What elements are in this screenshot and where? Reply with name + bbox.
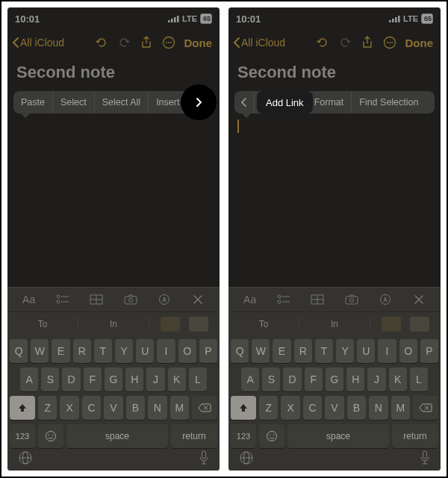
note-title[interactable]: Second note: [228, 55, 441, 91]
key-c[interactable]: C: [82, 396, 101, 420]
key-w[interactable]: W: [252, 339, 270, 363]
backspace-key[interactable]: [192, 396, 217, 420]
key-b[interactable]: B: [126, 396, 145, 420]
predict-1[interactable]: To: [228, 319, 299, 329]
key-f[interactable]: F: [305, 367, 323, 391]
menu-insert[interactable]: Insert: [149, 91, 182, 114]
shift-key[interactable]: [231, 396, 256, 420]
shift-key[interactable]: [10, 396, 35, 420]
key-j[interactable]: J: [367, 367, 385, 391]
key-n[interactable]: N: [369, 396, 388, 420]
key-v[interactable]: V: [325, 396, 343, 420]
key-q[interactable]: Q: [231, 339, 249, 363]
close-format-button[interactable]: [187, 291, 208, 308]
key-s[interactable]: S: [41, 367, 59, 391]
key-k[interactable]: K: [389, 367, 407, 391]
menu-paste[interactable]: Paste: [13, 91, 52, 114]
key-w[interactable]: W: [31, 339, 49, 363]
key-l[interactable]: L: [410, 367, 428, 391]
menu-prev[interactable]: [234, 98, 254, 107]
key-s[interactable]: S: [262, 367, 280, 391]
key-y[interactable]: Y: [336, 339, 354, 363]
camera-button[interactable]: [341, 291, 362, 308]
return-key[interactable]: return: [171, 424, 217, 448]
key-p[interactable]: P: [199, 339, 217, 363]
key-r[interactable]: R: [73, 339, 91, 363]
predict-2[interactable]: In: [299, 319, 370, 329]
camera-button[interactable]: [120, 291, 141, 308]
text-style-button[interactable]: Aa: [19, 291, 40, 308]
key-t[interactable]: T: [315, 339, 333, 363]
key-u[interactable]: U: [357, 339, 375, 363]
numbers-key[interactable]: 123: [231, 424, 256, 448]
space-key[interactable]: space: [287, 424, 389, 448]
key-c[interactable]: C: [303, 396, 322, 420]
key-r[interactable]: R: [294, 339, 312, 363]
checklist-button[interactable]: [273, 291, 294, 308]
back-button[interactable]: All iCloud: [12, 37, 64, 49]
space-key[interactable]: space: [66, 424, 168, 448]
note-body[interactable]: [7, 117, 220, 287]
globe-button[interactable]: [239, 450, 254, 468]
share-button[interactable]: [137, 33, 156, 52]
key-m[interactable]: M: [391, 396, 410, 420]
emoji-key[interactable]: [259, 424, 284, 448]
table-button[interactable]: [307, 291, 328, 308]
key-a[interactable]: A: [241, 367, 259, 391]
key-h[interactable]: H: [346, 367, 364, 391]
key-y[interactable]: Y: [115, 339, 133, 363]
predict-2[interactable]: In: [78, 319, 149, 329]
key-z[interactable]: Z: [259, 396, 278, 420]
key-u[interactable]: U: [136, 339, 154, 363]
checklist-button[interactable]: [52, 291, 73, 308]
key-g[interactable]: G: [105, 367, 122, 391]
menu-select[interactable]: Select: [53, 91, 94, 114]
key-d[interactable]: D: [283, 367, 301, 391]
menu-format[interactable]: Format: [307, 91, 352, 114]
text-style-button[interactable]: Aa: [240, 291, 261, 308]
undo-button[interactable]: [313, 33, 332, 52]
key-p[interactable]: P: [420, 339, 438, 363]
key-x[interactable]: X: [281, 396, 299, 420]
menu-select-all[interactable]: Select All: [95, 91, 148, 114]
key-g[interactable]: G: [326, 367, 343, 391]
key-a[interactable]: A: [20, 367, 38, 391]
predict-stickers[interactable]: [370, 317, 441, 332]
emoji-key[interactable]: [38, 424, 63, 448]
numbers-key[interactable]: 123: [10, 424, 35, 448]
key-b[interactable]: B: [347, 396, 366, 420]
dictation-button[interactable]: [199, 450, 209, 468]
done-button[interactable]: Done: [181, 37, 216, 49]
backspace-key[interactable]: [413, 396, 438, 420]
note-body[interactable]: [228, 117, 441, 287]
key-i[interactable]: I: [378, 339, 396, 363]
predict-1[interactable]: To: [7, 319, 78, 329]
key-e[interactable]: E: [52, 339, 69, 363]
key-e[interactable]: E: [273, 339, 290, 363]
key-l[interactable]: L: [189, 367, 207, 391]
key-x[interactable]: X: [60, 396, 78, 420]
key-n[interactable]: N: [148, 396, 167, 420]
dictation-button[interactable]: [420, 450, 430, 468]
back-button[interactable]: All iCloud: [233, 37, 285, 49]
share-button[interactable]: [358, 33, 377, 52]
key-m[interactable]: M: [170, 396, 189, 420]
key-v[interactable]: V: [104, 396, 122, 420]
globe-button[interactable]: [18, 450, 33, 468]
key-q[interactable]: Q: [10, 339, 28, 363]
note-title[interactable]: Second note: [7, 55, 220, 91]
return-key[interactable]: return: [392, 424, 438, 448]
predict-stickers[interactable]: [149, 317, 220, 332]
key-j[interactable]: J: [146, 367, 164, 391]
key-i[interactable]: I: [157, 339, 175, 363]
close-format-button[interactable]: [408, 291, 429, 308]
done-button[interactable]: Done: [402, 37, 437, 49]
key-d[interactable]: D: [62, 367, 80, 391]
key-o[interactable]: O: [399, 339, 417, 363]
table-button[interactable]: [86, 291, 107, 308]
markup-button[interactable]: [375, 291, 396, 308]
menu-find-selection[interactable]: Find Selection: [352, 91, 435, 114]
key-f[interactable]: F: [84, 367, 102, 391]
key-t[interactable]: T: [94, 339, 112, 363]
more-button[interactable]: [380, 33, 399, 52]
